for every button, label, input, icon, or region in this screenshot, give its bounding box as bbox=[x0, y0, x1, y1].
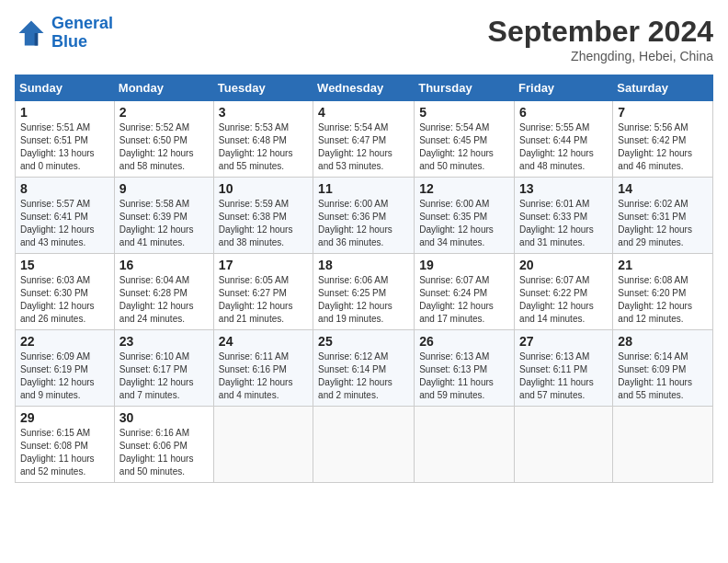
col-monday: Monday bbox=[114, 75, 213, 101]
day-number: 1 bbox=[20, 105, 109, 120]
day-number: 9 bbox=[119, 181, 209, 196]
col-tuesday: Tuesday bbox=[213, 75, 313, 101]
col-thursday: Thursday bbox=[415, 75, 515, 101]
day-number: 2 bbox=[119, 105, 209, 120]
calendar-cell: 5 Sunrise: 5:54 AM Sunset: 6:45 PM Dayli… bbox=[415, 101, 515, 178]
calendar-cell: 25 Sunrise: 6:12 AM Sunset: 6:14 PM Dayl… bbox=[313, 330, 415, 407]
day-number: 3 bbox=[219, 105, 308, 120]
day-number: 12 bbox=[419, 181, 509, 196]
day-info: Sunrise: 6:15 AM Sunset: 6:08 PM Dayligh… bbox=[20, 427, 109, 478]
calendar-cell bbox=[415, 407, 515, 483]
calendar-cell: 7 Sunrise: 5:56 AM Sunset: 6:42 PM Dayli… bbox=[613, 101, 713, 178]
day-number: 27 bbox=[519, 334, 608, 349]
day-number: 15 bbox=[20, 258, 109, 272]
day-info: Sunrise: 5:56 AM Sunset: 6:42 PM Dayligh… bbox=[618, 121, 708, 173]
day-number: 16 bbox=[119, 258, 209, 272]
day-info: Sunrise: 6:12 AM Sunset: 6:14 PM Dayligh… bbox=[318, 350, 409, 402]
calendar-cell bbox=[213, 407, 313, 483]
day-info: Sunrise: 5:52 AM Sunset: 6:50 PM Dayligh… bbox=[119, 121, 209, 173]
svg-marker-0 bbox=[19, 20, 44, 45]
header-row: Sunday Monday Tuesday Wednesday Thursday… bbox=[16, 75, 713, 101]
calendar-row: 1 Sunrise: 5:51 AM Sunset: 6:51 PM Dayli… bbox=[16, 101, 713, 178]
day-info: Sunrise: 5:51 AM Sunset: 6:51 PM Dayligh… bbox=[20, 121, 109, 173]
calendar-row: 22 Sunrise: 6:09 AM Sunset: 6:19 PM Dayl… bbox=[16, 330, 713, 407]
calendar-cell: 12 Sunrise: 6:00 AM Sunset: 6:35 PM Dayl… bbox=[415, 178, 515, 254]
logo: General Blue bbox=[15, 15, 113, 52]
day-number: 23 bbox=[119, 334, 209, 349]
day-info: Sunrise: 6:13 AM Sunset: 6:13 PM Dayligh… bbox=[419, 350, 509, 402]
calendar-cell: 9 Sunrise: 5:58 AM Sunset: 6:39 PM Dayli… bbox=[114, 178, 213, 254]
calendar-cell: 8 Sunrise: 5:57 AM Sunset: 6:41 PM Dayli… bbox=[16, 178, 115, 254]
calendar-cell: 22 Sunrise: 6:09 AM Sunset: 6:19 PM Dayl… bbox=[16, 330, 115, 407]
col-friday: Friday bbox=[515, 75, 613, 101]
calendar-cell: 3 Sunrise: 5:53 AM Sunset: 6:48 PM Dayli… bbox=[213, 101, 313, 178]
calendar-cell: 27 Sunrise: 6:13 AM Sunset: 6:11 PM Dayl… bbox=[515, 330, 613, 407]
calendar-cell: 17 Sunrise: 6:05 AM Sunset: 6:27 PM Dayl… bbox=[213, 254, 313, 330]
location-subtitle: Zhengding, Hebei, China bbox=[488, 49, 713, 63]
calendar-cell: 11 Sunrise: 6:00 AM Sunset: 6:36 PM Dayl… bbox=[313, 178, 415, 254]
logo-line1: General bbox=[51, 14, 113, 32]
calendar-cell: 6 Sunrise: 5:55 AM Sunset: 6:44 PM Dayli… bbox=[515, 101, 613, 178]
day-number: 20 bbox=[519, 258, 608, 272]
day-number: 30 bbox=[119, 410, 209, 425]
day-number: 26 bbox=[419, 334, 509, 349]
day-number: 14 bbox=[618, 181, 708, 196]
day-info: Sunrise: 6:07 AM Sunset: 6:24 PM Dayligh… bbox=[419, 274, 509, 326]
calendar-cell: 15 Sunrise: 6:03 AM Sunset: 6:30 PM Dayl… bbox=[16, 254, 115, 330]
day-number: 11 bbox=[318, 181, 409, 196]
day-number: 22 bbox=[20, 334, 109, 349]
day-info: Sunrise: 6:16 AM Sunset: 6:06 PM Dayligh… bbox=[119, 427, 209, 478]
calendar-cell: 19 Sunrise: 6:07 AM Sunset: 6:24 PM Dayl… bbox=[415, 254, 515, 330]
month-title: September 2024 bbox=[488, 15, 713, 49]
calendar-cell bbox=[613, 407, 713, 483]
logo-icon bbox=[15, 17, 48, 50]
day-number: 29 bbox=[20, 410, 109, 425]
day-info: Sunrise: 5:58 AM Sunset: 6:39 PM Dayligh… bbox=[119, 198, 209, 249]
day-number: 19 bbox=[419, 258, 509, 272]
day-info: Sunrise: 6:05 AM Sunset: 6:27 PM Dayligh… bbox=[219, 274, 308, 326]
calendar-cell: 2 Sunrise: 5:52 AM Sunset: 6:50 PM Dayli… bbox=[114, 101, 213, 178]
calendar-row: 29 Sunrise: 6:15 AM Sunset: 6:08 PM Dayl… bbox=[16, 407, 713, 483]
calendar-cell: 20 Sunrise: 6:07 AM Sunset: 6:22 PM Dayl… bbox=[515, 254, 613, 330]
day-info: Sunrise: 6:00 AM Sunset: 6:36 PM Dayligh… bbox=[318, 198, 409, 249]
day-info: Sunrise: 5:53 AM Sunset: 6:48 PM Dayligh… bbox=[219, 121, 308, 173]
day-number: 4 bbox=[318, 105, 409, 120]
day-number: 18 bbox=[318, 258, 409, 272]
calendar-table: Sunday Monday Tuesday Wednesday Thursday… bbox=[15, 75, 713, 483]
day-info: Sunrise: 6:04 AM Sunset: 6:28 PM Dayligh… bbox=[119, 274, 209, 326]
day-info: Sunrise: 6:10 AM Sunset: 6:17 PM Dayligh… bbox=[119, 350, 209, 402]
day-number: 7 bbox=[618, 105, 708, 120]
calendar-cell: 24 Sunrise: 6:11 AM Sunset: 6:16 PM Dayl… bbox=[213, 330, 313, 407]
day-number: 10 bbox=[219, 181, 308, 196]
day-info: Sunrise: 5:55 AM Sunset: 6:44 PM Dayligh… bbox=[519, 121, 608, 173]
day-info: Sunrise: 6:06 AM Sunset: 6:25 PM Dayligh… bbox=[318, 274, 409, 326]
day-info: Sunrise: 6:14 AM Sunset: 6:09 PM Dayligh… bbox=[618, 350, 708, 402]
calendar-row: 15 Sunrise: 6:03 AM Sunset: 6:30 PM Dayl… bbox=[16, 254, 713, 330]
calendar-cell: 21 Sunrise: 6:08 AM Sunset: 6:20 PM Dayl… bbox=[613, 254, 713, 330]
col-wednesday: Wednesday bbox=[313, 75, 415, 101]
calendar-cell: 1 Sunrise: 5:51 AM Sunset: 6:51 PM Dayli… bbox=[16, 101, 115, 178]
calendar-cell: 16 Sunrise: 6:04 AM Sunset: 6:28 PM Dayl… bbox=[114, 254, 213, 330]
title-block: September 2024 Zhengding, Hebei, China bbox=[488, 15, 713, 63]
calendar-cell: 26 Sunrise: 6:13 AM Sunset: 6:13 PM Dayl… bbox=[415, 330, 515, 407]
day-info: Sunrise: 6:00 AM Sunset: 6:35 PM Dayligh… bbox=[419, 198, 509, 249]
col-saturday: Saturday bbox=[613, 75, 713, 101]
day-number: 24 bbox=[219, 334, 308, 349]
day-number: 25 bbox=[318, 334, 409, 349]
day-info: Sunrise: 6:07 AM Sunset: 6:22 PM Dayligh… bbox=[519, 274, 608, 326]
day-info: Sunrise: 6:01 AM Sunset: 6:33 PM Dayligh… bbox=[519, 198, 608, 249]
calendar-cell bbox=[515, 407, 613, 483]
day-info: Sunrise: 5:59 AM Sunset: 6:38 PM Dayligh… bbox=[219, 198, 308, 249]
day-number: 21 bbox=[618, 258, 708, 272]
calendar-cell: 10 Sunrise: 5:59 AM Sunset: 6:38 PM Dayl… bbox=[213, 178, 313, 254]
day-info: Sunrise: 6:09 AM Sunset: 6:19 PM Dayligh… bbox=[20, 350, 109, 402]
page-header: General Blue September 2024 Zhengding, H… bbox=[15, 15, 713, 63]
day-number: 17 bbox=[219, 258, 308, 272]
day-info: Sunrise: 5:54 AM Sunset: 6:47 PM Dayligh… bbox=[318, 121, 409, 173]
day-number: 8 bbox=[20, 181, 109, 196]
calendar-cell: 4 Sunrise: 5:54 AM Sunset: 6:47 PM Dayli… bbox=[313, 101, 415, 178]
calendar-row: 8 Sunrise: 5:57 AM Sunset: 6:41 PM Dayli… bbox=[16, 178, 713, 254]
day-info: Sunrise: 6:02 AM Sunset: 6:31 PM Dayligh… bbox=[618, 198, 708, 249]
calendar-cell: 14 Sunrise: 6:02 AM Sunset: 6:31 PM Dayl… bbox=[613, 178, 713, 254]
calendar-cell: 23 Sunrise: 6:10 AM Sunset: 6:17 PM Dayl… bbox=[114, 330, 213, 407]
